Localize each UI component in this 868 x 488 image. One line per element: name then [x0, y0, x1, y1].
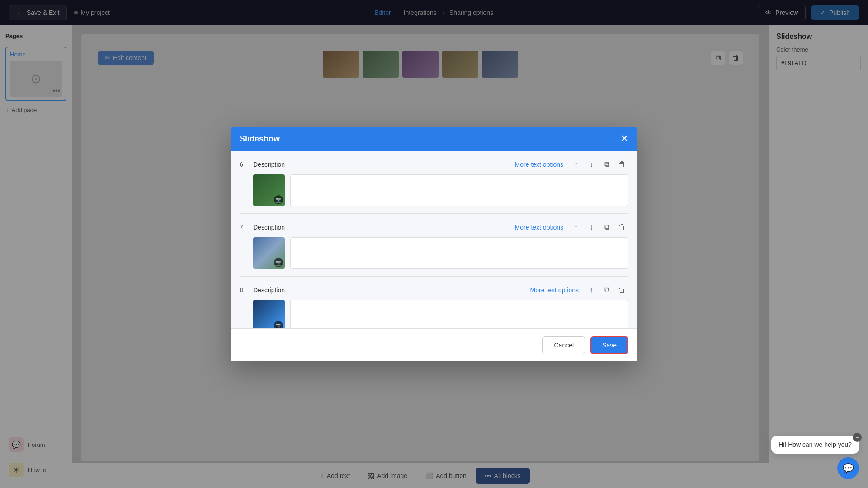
- slide-item-8-header: 8 Description More text options ↑ ⧉ 🗑: [240, 284, 628, 296]
- slide-label-7: Description: [253, 224, 515, 231]
- slide-7-actions: More text options ↑ ↓ ⧉ 🗑: [515, 221, 628, 234]
- chat-open-button[interactable]: 💬: [837, 457, 859, 479]
- modal-close-button[interactable]: ✕: [620, 134, 628, 144]
- chat-widget: Hi! How can we help you? − 💬: [771, 436, 859, 479]
- slide-8-delete-icon[interactable]: 🗑: [616, 284, 628, 296]
- slide-label-8: Description: [253, 286, 530, 294]
- slide-6-copy-icon[interactable]: ⧉: [600, 158, 613, 171]
- slide-7-down-icon[interactable]: ↓: [585, 221, 598, 234]
- slide-label-6: Description: [253, 161, 515, 168]
- slide-7-textarea[interactable]: [290, 237, 628, 269]
- chat-close-button[interactable]: −: [853, 433, 862, 442]
- slide-6-textarea[interactable]: [290, 174, 628, 206]
- slide-number-6: 6: [240, 161, 253, 168]
- modal-header: Slideshow ✕: [231, 127, 637, 151]
- chat-bubble: Hi! How can we help you? −: [771, 436, 859, 454]
- slide-6-up-icon[interactable]: ↑: [570, 158, 582, 171]
- slide-8-image[interactable]: 📷: [253, 300, 285, 328]
- slide-item-8: 8 Description More text options ↑ ⧉ 🗑 📷: [231, 277, 637, 328]
- slide-7-up-icon[interactable]: ↑: [570, 221, 582, 234]
- slide-6-delete-icon[interactable]: 🗑: [616, 158, 628, 171]
- more-text-options-6[interactable]: More text options: [515, 161, 563, 168]
- slide-item-7: 7 Description More text options ↑ ↓ ⧉ 🗑 …: [231, 214, 637, 276]
- slide-item-6-header: 6 Description More text options ↑ ↓ ⧉ 🗑: [240, 158, 628, 171]
- slide-7-content: 📷: [240, 237, 628, 269]
- slide-6-down-icon[interactable]: ↓: [585, 158, 598, 171]
- modal-title: Slideshow: [240, 134, 280, 144]
- slide-6-camera-icon: 📷: [274, 195, 283, 204]
- modal-body: 6 Description More text options ↑ ↓ ⧉ 🗑 …: [231, 151, 637, 328]
- slide-6-content: 📷: [240, 174, 628, 206]
- slide-7-image[interactable]: 📷: [253, 237, 285, 269]
- slide-8-copy-icon[interactable]: ⧉: [600, 284, 613, 296]
- slide-8-up-icon[interactable]: ↑: [585, 284, 598, 296]
- cancel-button[interactable]: Cancel: [542, 336, 585, 354]
- chat-message: Hi! How can we help you?: [778, 441, 852, 448]
- more-text-options-8[interactable]: More text options: [530, 286, 579, 294]
- modal-footer: Cancel Save: [231, 328, 637, 361]
- slide-number-8: 8: [240, 286, 253, 294]
- slide-7-copy-icon[interactable]: ⧉: [600, 221, 613, 234]
- save-button[interactable]: Save: [590, 336, 628, 354]
- slide-number-7: 7: [240, 224, 253, 231]
- slide-7-camera-icon: 📷: [274, 258, 283, 267]
- chat-icon: 💬: [843, 463, 854, 474]
- slide-8-actions: More text options ↑ ⧉ 🗑: [530, 284, 628, 296]
- slideshow-modal: Slideshow ✕ 6 Description More text opti…: [231, 127, 637, 361]
- slide-item-7-header: 7 Description More text options ↑ ↓ ⧉ 🗑: [240, 221, 628, 234]
- more-text-options-7[interactable]: More text options: [515, 224, 563, 231]
- slide-6-image[interactable]: 📷: [253, 174, 285, 206]
- slide-6-actions: More text options ↑ ↓ ⧉ 🗑: [515, 158, 628, 171]
- slide-8-content: 📷: [240, 300, 628, 328]
- slide-8-textarea[interactable]: [290, 300, 628, 328]
- slide-item-6: 6 Description More text options ↑ ↓ ⧉ 🗑 …: [231, 151, 637, 213]
- slide-7-delete-icon[interactable]: 🗑: [616, 221, 628, 234]
- slide-8-camera-icon: 📷: [274, 321, 283, 328]
